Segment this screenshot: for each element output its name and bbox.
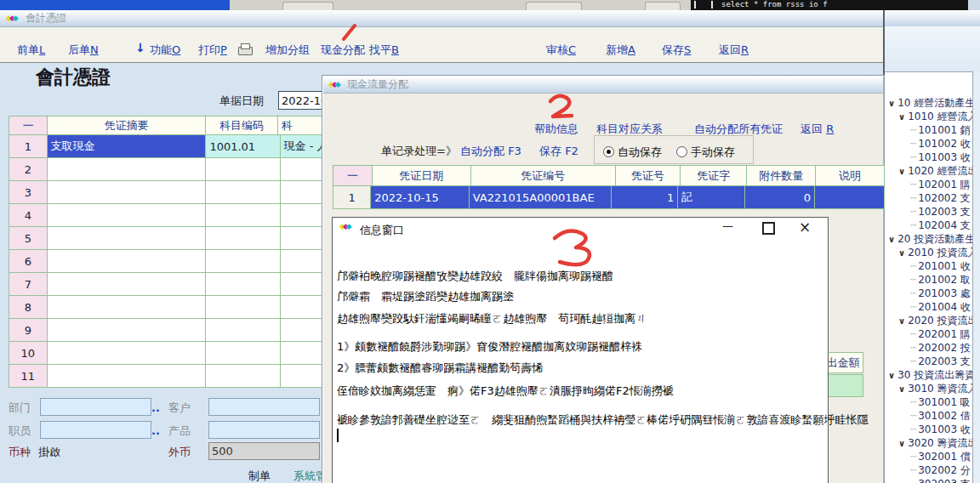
function-down-arrow-icon: ↓ (135, 41, 145, 54)
summary-cell[interactable] (48, 227, 207, 250)
printer-icon[interactable] (238, 43, 253, 54)
tree-expand-icon[interactable]: ∨ (888, 235, 895, 244)
tree-item[interactable]: 202001 購 (910, 327, 971, 340)
tree-expand-icon[interactable]: ∨ (898, 384, 905, 394)
tree-item[interactable]: 302003 支 (910, 477, 971, 483)
product-input[interactable] (208, 421, 320, 439)
note-cell[interactable] (815, 186, 885, 209)
account-code-cell[interactable] (206, 365, 280, 388)
tree-expand-icon[interactable]: ∨ (898, 167, 905, 176)
close-button[interactable]: × (799, 219, 811, 236)
auto-allocate-f3-link[interactable]: 自动分配 F3 (460, 144, 521, 159)
tree-item[interactable]: ∨2020 投資流出 (898, 314, 972, 327)
toolbar-print-button[interactable]: 打印P (198, 43, 227, 58)
toolbar-add-new-button[interactable]: 新增A (606, 43, 635, 58)
dialog-voucher-row[interactable]: 1 2022-10-15 VA221015A00001BAE 1 記 0 (333, 186, 885, 209)
voucher-no-cell[interactable]: 1 (612, 186, 678, 209)
foreign-currency-input[interactable] (208, 442, 320, 460)
tree-item[interactable]: 202002 投 (910, 341, 971, 354)
summary-cell[interactable] (48, 365, 207, 388)
tree-expand-icon[interactable]: ∨ (898, 439, 905, 448)
employee-lookup-button[interactable]: .. (151, 424, 160, 437)
manual-save-radio[interactable]: 手动保存 (676, 143, 735, 160)
toolbar-add-group-button[interactable]: 增加分组 (265, 43, 310, 58)
tree-item[interactable]: 102001 購 (910, 178, 971, 190)
tree-item[interactable]: 302002 分 (910, 463, 971, 476)
tree-item[interactable]: 201003 處 (910, 287, 971, 299)
summary-cell[interactable]: 支取現金 (48, 135, 207, 158)
help-info-link[interactable]: 帮助信息 (534, 122, 578, 137)
maximize-button[interactable] (762, 222, 775, 235)
account-code-cell[interactable] (206, 296, 280, 319)
minimize-button[interactable]: — (722, 219, 733, 232)
amount-cell[interactable] (824, 374, 863, 397)
tree-item[interactable]: 302001 償 (910, 450, 971, 463)
console-divider (711, 1, 713, 9)
voucher-word-cell[interactable]: 記 (678, 186, 745, 209)
tree-item[interactable]: 301001 吸 (910, 395, 971, 408)
tree-item[interactable]: ∨2010 投資流入 (898, 246, 972, 259)
tree-expand-icon[interactable]: ∨ (898, 248, 905, 258)
toolbar-prev-button[interactable]: 前单L (17, 43, 45, 58)
summary-cell[interactable] (48, 296, 207, 319)
account-code-cell[interactable] (206, 158, 280, 181)
tree-item[interactable]: 201004 收 (910, 300, 971, 313)
tree-expand-icon[interactable]: ∨ (888, 371, 895, 380)
tree-item[interactable]: 201001 收 (910, 259, 971, 272)
tree-item[interactable]: ∨30 投資流出籌資 (888, 368, 972, 381)
tree-expand-icon[interactable]: ∨ (898, 112, 905, 122)
summary-cell[interactable] (48, 319, 207, 342)
toolbar-balance-button[interactable]: 找平B (369, 43, 399, 58)
account-code-cell[interactable] (206, 227, 280, 250)
summary-cell[interactable] (48, 181, 207, 204)
account-code-cell[interactable]: 1001.01 (206, 135, 280, 158)
tree-item[interactable]: 102003 支 (910, 205, 971, 218)
tree-scrollbar[interactable] (972, 71, 980, 483)
dept-lookup-button[interactable]: .. (151, 401, 160, 414)
tree-item[interactable]: 201002 取 (910, 273, 971, 286)
voucher-date-cell[interactable]: 2022-10-15 (371, 186, 470, 209)
account-code-cell[interactable] (206, 319, 280, 342)
tree-item[interactable]: 102004 支 (910, 219, 971, 231)
tree-item[interactable]: ∨1010 經營流入 (898, 110, 972, 122)
tree-item[interactable]: ∨10 經營活動產生 (888, 96, 972, 109)
dept-input[interactable] (40, 398, 151, 416)
tree-item[interactable]: 101003 收 (910, 151, 971, 163)
account-code-cell[interactable] (206, 250, 280, 273)
save-f2-link[interactable]: 保存 F2 (539, 144, 578, 159)
tree-expand-icon[interactable]: ∨ (898, 316, 905, 326)
account-code-cell[interactable] (206, 342, 280, 365)
customer-input[interactable] (208, 398, 320, 416)
tree-expand-icon[interactable]: ∨ (888, 99, 895, 108)
tree-item[interactable]: ∨1020 經營流出 (898, 164, 972, 177)
summary-cell[interactable] (48, 342, 207, 365)
tree-item[interactable]: 202003 支 (910, 355, 971, 367)
toolbar-function-button[interactable]: 功能O (150, 43, 180, 58)
tree-item[interactable]: 301002 借 (910, 409, 971, 422)
summary-cell[interactable] (48, 204, 207, 227)
tree-item[interactable]: ∨20 投資活動產生 (888, 232, 972, 245)
account-code-cell[interactable] (206, 273, 280, 296)
info-window-titlebar: ◆◆◆ 信息窗口 — × (333, 218, 828, 240)
toolbar-cash-allocation-button[interactable]: 现金分配 (321, 43, 365, 58)
toolbar-back-button[interactable]: 返回R (719, 43, 749, 58)
tree-item[interactable]: ∨3010 籌資流入 (898, 382, 972, 395)
tree-item[interactable]: 101002 收 (910, 137, 971, 150)
account-code-cell[interactable] (206, 204, 280, 227)
voucher-code-cell[interactable]: VA221015A00001BAE (470, 186, 612, 209)
tree-item[interactable]: ∨3020 籌資流出 (898, 436, 972, 449)
dialog-back-link[interactable]: 返回 R (801, 122, 834, 137)
summary-cell[interactable] (48, 158, 207, 181)
toolbar-audit-button[interactable]: 审核C (546, 43, 576, 58)
summary-cell[interactable] (48, 273, 207, 296)
toolbar-next-button[interactable]: 后单N (68, 43, 99, 58)
auto-save-radio[interactable]: 自动保存 (603, 143, 662, 160)
account-code-cell[interactable] (206, 181, 280, 204)
tree-item[interactable]: 102002 支 (910, 191, 971, 204)
tree-item[interactable]: 301003 收 (910, 423, 971, 435)
attach-count-cell[interactable]: 0 (745, 186, 815, 209)
employee-input[interactable] (40, 421, 151, 439)
summary-cell[interactable] (48, 250, 207, 273)
tree-item[interactable]: 101001 銷 (910, 123, 971, 136)
toolbar-save-button[interactable]: 保存S (662, 43, 691, 58)
